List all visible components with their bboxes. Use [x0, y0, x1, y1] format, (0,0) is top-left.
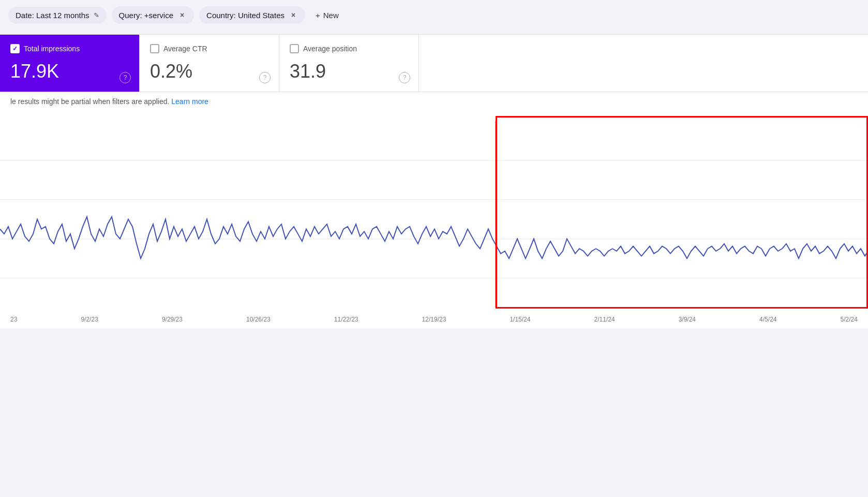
average-ctr-value: 0.2% [150, 61, 264, 82]
new-filter-label: New [323, 11, 339, 20]
metric-card-average-ctr[interactable]: Average CTR 0.2% ? [140, 35, 279, 92]
average-position-checkbox[interactable] [290, 44, 299, 53]
metric-card-total-impressions[interactable]: Total impressions 17.9K ? [0, 35, 140, 92]
total-impressions-help-icon[interactable]: ? [119, 72, 131, 83]
x-label-10: 5/2/24 [841, 316, 858, 323]
partial-notice: le results might be partial when filters… [0, 92, 868, 111]
metric-card-header-pos: Average position [290, 44, 404, 53]
x-axis: 23 9/2/23 9/29/23 10/26/23 11/22/23 12/1… [0, 316, 868, 323]
new-filter-button[interactable]: + New [310, 7, 344, 24]
average-position-help-icon[interactable]: ? [399, 72, 410, 83]
query-filter-chip[interactable]: Query: +service × [112, 6, 194, 24]
x-label-2: 9/29/23 [162, 316, 183, 323]
x-label-7: 2/11/24 [594, 316, 615, 323]
metric-card-header-ctr: Average CTR [150, 44, 264, 53]
total-impressions-value: 17.9K [10, 61, 125, 82]
metrics-section: Total impressions 17.9K ? Average CTR 0.… [0, 34, 868, 92]
partial-notice-text: le results might be partial when filters… [10, 97, 169, 106]
new-filter-plus-icon: + [316, 11, 320, 20]
average-ctr-checkbox[interactable] [150, 44, 159, 53]
country-filter-chip[interactable]: Country: United States × [199, 6, 305, 24]
country-filter-label: Country: United States [206, 11, 285, 20]
average-ctr-label: Average CTR [163, 45, 207, 53]
x-label-9: 4/5/24 [759, 316, 776, 323]
x-label-5: 12/19/23 [422, 316, 446, 323]
x-label-4: 11/22/23 [334, 316, 358, 323]
x-label-3: 10/26/23 [246, 316, 271, 323]
average-ctr-help-icon[interactable]: ? [259, 72, 271, 83]
query-filter-label: Query: +service [119, 11, 173, 20]
metric-card-header: Total impressions [10, 44, 125, 53]
chart-svg [0, 121, 868, 308]
average-position-label: Average position [303, 45, 357, 53]
query-filter-close-icon[interactable]: × [177, 10, 187, 20]
date-filter-edit-icon[interactable]: ✎ [94, 11, 99, 19]
chart-section: 23 9/2/23 9/29/23 10/26/23 11/22/23 12/1… [0, 111, 868, 328]
chart-container: 23 9/2/23 9/29/23 10/26/23 11/22/23 12/1… [0, 111, 868, 328]
filter-bar: Date: Last 12 months ✎ Query: +service ×… [0, 0, 868, 30]
x-label-0: 23 [10, 316, 17, 323]
country-filter-close-icon[interactable]: × [289, 10, 298, 20]
x-label-8: 3/9/24 [679, 316, 696, 323]
metric-card-average-position[interactable]: Average position 31.9 ? [279, 35, 419, 92]
average-position-value: 31.9 [290, 61, 404, 82]
learn-more-link[interactable]: Learn more [171, 97, 208, 106]
date-filter-label: Date: Last 12 months [16, 11, 89, 20]
x-label-6: 1/15/24 [510, 316, 530, 323]
x-label-1: 9/2/23 [81, 316, 98, 323]
total-impressions-checkbox[interactable] [10, 44, 20, 53]
total-impressions-label: Total impressions [24, 45, 80, 53]
date-filter-chip[interactable]: Date: Last 12 months ✎ [8, 7, 107, 24]
